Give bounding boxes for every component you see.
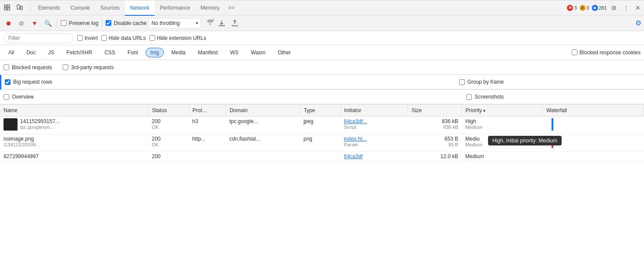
group-by-frame-input[interactable] <box>459 79 465 85</box>
cell-name[interactable]: 141152993157... tpc.googlesyn... <box>0 117 149 132</box>
wifi-icon-btn[interactable] <box>206 18 214 28</box>
devtools-settings-icon[interactable]: ⚙ <box>609 4 619 12</box>
tab-performance[interactable]: Performance <box>155 1 195 16</box>
priority-sort[interactable]: Priority ▾ <box>465 107 539 113</box>
col-protocol[interactable]: Prot... <box>189 105 226 117</box>
type-btn-other[interactable]: Other <box>273 48 296 57</box>
tab-sources[interactable]: Sources <box>95 1 125 16</box>
hide-data-urls-input[interactable] <box>101 35 107 41</box>
tab-bar-icons <box>2 2 25 14</box>
overview-input[interactable] <box>4 94 9 100</box>
third-party-input[interactable] <box>63 64 68 70</box>
hide-ext-urls-input[interactable] <box>149 35 155 41</box>
tab-network[interactable]: Network <box>125 1 155 16</box>
devtools-more-icon[interactable]: ⋮ <box>621 4 631 12</box>
type-btn-media[interactable]: Media <box>166 48 191 57</box>
table-row[interactable]: 141152993157... tpc.googlesyn...200OKh3t… <box>0 117 644 134</box>
size-secondary: 95 B <box>411 142 458 147</box>
overview-checkbox[interactable]: Overview <box>4 94 34 100</box>
error-yellow-count: 3 <box>587 5 589 11</box>
col-domain[interactable]: Domain <box>226 105 300 117</box>
type-btn-fetch-xhr[interactable]: Fetch/XHR <box>62 48 97 57</box>
type-btn-wasm[interactable]: Wasm <box>246 48 271 57</box>
error-badge-red[interactable]: ✕ 3 <box>567 5 577 11</box>
clear-button[interactable]: ⊘ <box>16 18 27 29</box>
error-red-icon: ✕ <box>567 5 573 11</box>
search-button[interactable]: 🔍 <box>42 18 53 29</box>
type-btn-img[interactable]: Img <box>145 48 164 57</box>
col-size[interactable]: Size <box>408 105 462 117</box>
disable-cache-checkbox[interactable]: Disable cache <box>106 20 146 26</box>
network-table-container: Name Status Prot... Domain Type Initiato… <box>0 105 644 269</box>
mobile-icon[interactable] <box>14 2 25 14</box>
options-row-3: Overview Screenshots <box>0 90 644 105</box>
big-request-rows-input[interactable] <box>5 79 11 85</box>
size-primary: 12.0 kB <box>411 153 458 159</box>
import-button[interactable] <box>216 18 227 29</box>
blocked-requests-checkbox[interactable]: Blocked requests <box>4 64 52 71</box>
cell-status: 200 <box>149 152 189 162</box>
filter-button[interactable]: ▼ <box>29 18 40 29</box>
waterfall-bar-blue <box>552 118 553 131</box>
third-party-checkbox[interactable]: 3rd-party requests <box>63 64 113 71</box>
invert-input[interactable] <box>77 35 83 41</box>
initiator-link[interactable]: 64ca3df... <box>344 118 404 124</box>
devtools-close-icon[interactable]: ✕ <box>633 4 642 12</box>
group-by-frame-checkbox[interactable]: Group by frame <box>459 79 504 85</box>
cursor-icon[interactable] <box>2 2 13 14</box>
error-blue-icon: ■ <box>592 5 598 11</box>
cell-initiator[interactable]: 64ca3df...Script <box>340 117 408 134</box>
initiator-link[interactable]: index.ht... <box>344 136 404 142</box>
col-status[interactable]: Status <box>149 105 189 117</box>
type-btn-font[interactable]: Font <box>123 48 143 57</box>
cell-initiator[interactable]: 64ca3df <box>340 152 408 162</box>
tab-console[interactable]: Console <box>65 1 95 16</box>
type-btn-ws[interactable]: WS <box>225 48 243 57</box>
tab-elements[interactable]: Elements <box>33 1 65 16</box>
record-button[interactable]: ⏺ <box>3 18 14 29</box>
invert-checkbox[interactable]: Invert <box>77 35 98 41</box>
cell-name[interactable]: 827299944997 <box>0 152 149 161</box>
type-btn-css[interactable]: CSS <box>99 48 120 57</box>
type-btn-manifest[interactable]: Manifest <box>193 48 223 57</box>
col-priority[interactable]: Priority ▾ <box>462 105 543 117</box>
preserve-log-checkbox[interactable]: Preserve log <box>61 20 98 26</box>
filter-input[interactable] <box>4 33 74 43</box>
blocked-requests-input[interactable] <box>4 64 9 70</box>
hide-data-urls-checkbox[interactable]: Hide data URLs <box>101 35 146 41</box>
cell-name[interactable]: noimage.png /134122/32699... <box>0 134 149 149</box>
screenshots-input[interactable] <box>466 94 472 100</box>
throttle-select[interactable]: No throttling ▾ <box>149 18 201 28</box>
error-badge-blue[interactable]: ■ 281 <box>592 5 607 11</box>
col-waterfall[interactable]: Waterfall <box>543 105 644 117</box>
blocked-cookies-input[interactable] <box>572 50 577 55</box>
type-btn-all[interactable]: All <box>4 48 19 57</box>
network-toolbar: ⏺ ⊘ ▼ 🔍 Preserve log Disable cache No th… <box>0 15 644 31</box>
cell-initiator[interactable]: index.ht...Parser <box>340 134 408 152</box>
more-tabs-button[interactable]: >> <box>225 5 238 11</box>
cell-waterfall <box>543 117 644 134</box>
big-request-rows-checkbox[interactable]: Big request rows <box>5 79 52 85</box>
blocked-cookies-option[interactable]: Blocked response cookies <box>572 50 640 56</box>
table-row[interactable]: noimage.png /134122/32699...200OKhttp...… <box>0 134 644 152</box>
toolbar-separator-2 <box>102 19 102 28</box>
col-initiator[interactable]: Initiator <box>340 105 408 117</box>
screenshots-checkbox[interactable]: Screenshots <box>466 94 504 100</box>
preserve-log-input[interactable] <box>61 20 67 26</box>
initiator-sub: Parser <box>344 142 404 147</box>
network-settings-icon[interactable]: ⚙ <box>635 19 641 27</box>
table-row[interactable]: 827299944997 20064ca3df12.0 kBMedium <box>0 152 644 162</box>
tab-memory[interactable]: Memory <box>195 1 225 16</box>
disable-cache-input[interactable] <box>106 20 111 26</box>
hide-ext-urls-checkbox[interactable]: Hide extension URLs <box>149 35 206 41</box>
col-name[interactable]: Name <box>0 105 149 117</box>
export-button[interactable] <box>229 18 241 29</box>
error-badge-yellow[interactable]: ⚠ 3 <box>580 5 589 11</box>
status-text: OK <box>152 142 185 147</box>
type-btn-doc[interactable]: Doc <box>21 48 40 57</box>
col-type[interactable]: Type <box>300 105 340 117</box>
svg-point-6 <box>210 24 211 25</box>
type-btn-js[interactable]: JS <box>43 48 59 57</box>
cell-waterfall <box>543 152 644 162</box>
initiator-link[interactable]: 64ca3df <box>344 153 404 159</box>
